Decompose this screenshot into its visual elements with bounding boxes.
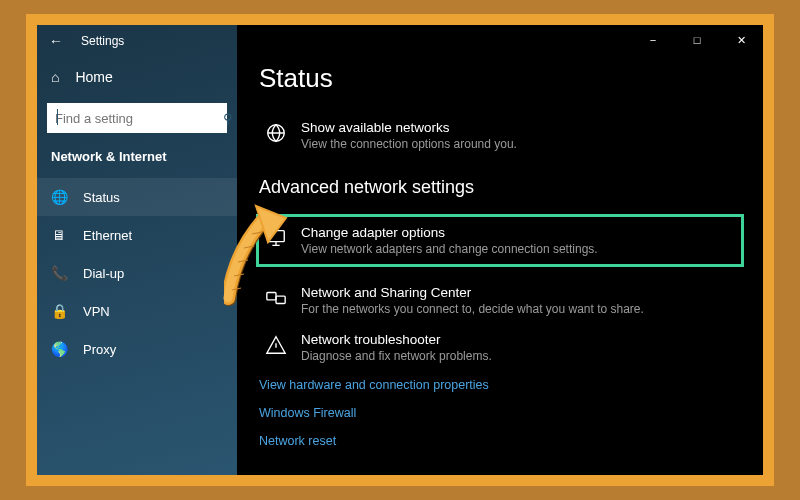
sidebar: ← Settings ⌂ Home ⚲ Network & Internet 🌐… (37, 25, 237, 475)
item-desc: View the connection options around you. (301, 137, 517, 151)
dialup-icon: 📞 (51, 265, 67, 281)
item-title: Show available networks (301, 120, 517, 135)
network-sharing-center[interactable]: Network and Sharing Center For the netwo… (259, 277, 741, 324)
sidebar-item-label: Dial-up (83, 266, 124, 281)
network-troubleshooter[interactable]: Network troubleshooter Diagnose and fix … (259, 324, 741, 371)
sidebar-item-proxy[interactable]: 🌎 Proxy (37, 330, 237, 368)
advanced-heading: Advanced network settings (259, 177, 741, 198)
page-title: Status (259, 63, 741, 94)
maximize-button[interactable]: □ (675, 25, 719, 55)
link-hardware-properties[interactable]: View hardware and connection properties (259, 371, 741, 399)
item-desc: For the networks you connect to, decide … (301, 302, 644, 316)
item-title: Change adapter options (301, 225, 598, 240)
search-box[interactable]: ⚲ (47, 103, 227, 133)
window-title: Settings (81, 34, 124, 48)
link-network-reset[interactable]: Network reset (259, 427, 741, 455)
sidebar-item-label: Proxy (83, 342, 116, 357)
link-windows-firewall[interactable]: Windows Firewall (259, 399, 741, 427)
sharing-icon (265, 287, 287, 309)
home-label: Home (75, 69, 112, 85)
item-title: Network and Sharing Center (301, 285, 644, 300)
search-icon[interactable]: ⚲ (223, 111, 233, 126)
main-content: − □ ✕ Status Show available networks Vie… (237, 25, 763, 475)
sidebar-item-status[interactable]: 🌐 Status (37, 178, 237, 216)
sidebar-item-label: Status (83, 190, 120, 205)
sidebar-item-ethernet[interactable]: 🖥 Ethernet (37, 216, 237, 254)
window-controls: − □ ✕ (631, 25, 763, 55)
item-desc: View network adapters and change connect… (301, 242, 598, 256)
proxy-icon: 🌎 (51, 341, 67, 357)
home-icon: ⌂ (51, 69, 59, 85)
sidebar-item-dialup[interactable]: 📞 Dial-up (37, 254, 237, 292)
sidebar-item-vpn[interactable]: 🔒 VPN (37, 292, 237, 330)
monitor-icon (265, 227, 287, 249)
close-button[interactable]: ✕ (719, 25, 763, 55)
item-title: Network troubleshooter (301, 332, 492, 347)
sidebar-category: Network & Internet (37, 147, 237, 178)
text-cursor (57, 109, 58, 125)
titlebar-left: ← Settings (37, 25, 237, 57)
sidebar-item-label: VPN (83, 304, 110, 319)
search-input[interactable] (55, 111, 223, 126)
globe-icon (265, 122, 287, 144)
minimize-button[interactable]: − (631, 25, 675, 55)
item-desc: Diagnose and fix network problems. (301, 349, 492, 363)
warning-icon (265, 334, 287, 356)
vpn-icon: 🔒 (51, 303, 67, 319)
ethernet-icon: 🖥 (51, 227, 67, 243)
svg-rect-2 (267, 293, 276, 300)
change-adapter-options[interactable]: Change adapter options View network adap… (256, 214, 744, 267)
svg-rect-3 (276, 296, 285, 303)
show-available-networks[interactable]: Show available networks View the connect… (259, 112, 741, 159)
sidebar-home[interactable]: ⌂ Home (37, 57, 237, 97)
back-icon[interactable]: ← (49, 33, 63, 49)
sidebar-item-label: Ethernet (83, 228, 132, 243)
globe-network-icon: 🌐 (51, 189, 67, 205)
svg-rect-1 (268, 231, 285, 242)
